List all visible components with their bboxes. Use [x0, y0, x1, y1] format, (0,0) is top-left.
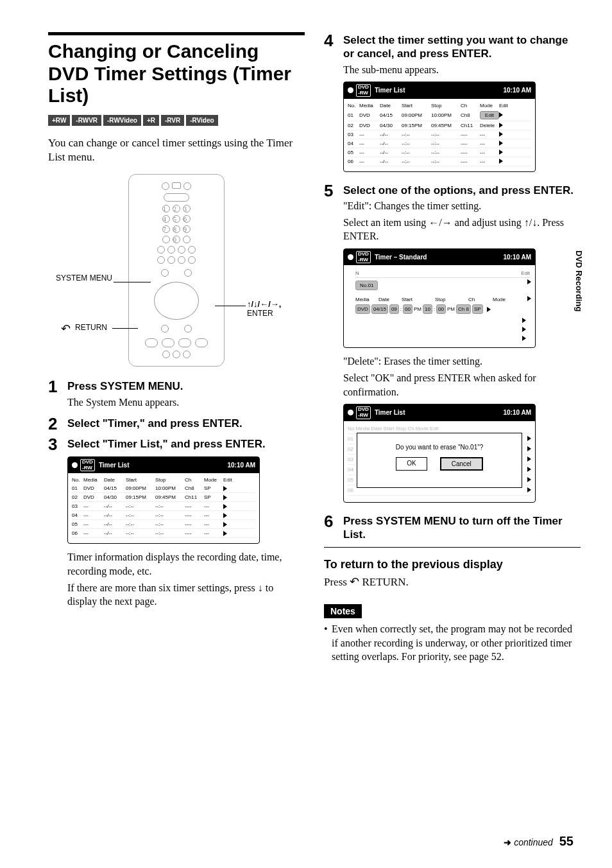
step-sub: The System Menu appears. — [67, 395, 305, 410]
screen-title: Timer List — [375, 409, 504, 416]
play-icon[interactable] — [522, 327, 526, 332]
play-icon[interactable] — [223, 504, 227, 509]
col-header: Ch — [185, 477, 204, 483]
table-row[interactable]: 04-----/----:----:--------- — [72, 511, 255, 520]
step-head: Press SYSTEM MENU to turn off the Timer … — [343, 514, 581, 542]
return-icon: ↶ — [61, 322, 71, 336]
col-header: Stop — [155, 477, 185, 483]
play-icon[interactable] — [522, 336, 526, 341]
play-icon[interactable] — [223, 522, 227, 527]
play-icon[interactable] — [527, 477, 531, 482]
badge: -RVR — [161, 115, 184, 126]
table-row[interactable]: 02DVD04/3009:15PM09:45PMCh11Delete — [348, 121, 531, 130]
col-header: Start — [126, 477, 155, 483]
col-header: Mode — [204, 477, 223, 483]
step-number: 2 — [48, 415, 67, 432]
step-number: 1 — [48, 378, 67, 412]
badge: -RVideo — [186, 115, 217, 126]
disc-icon: DVD-RW — [356, 251, 371, 264]
table-row[interactable]: 04-----/----:----:--------- — [348, 139, 531, 148]
step-text: Select "OK" and press ENTER when asked f… — [343, 371, 581, 399]
badge: +R — [143, 115, 159, 126]
col-header: Start — [402, 103, 431, 108]
table-row[interactable]: 02DVD04/3009:15PM09:45PMCh11SP — [72, 493, 255, 502]
delete-label[interactable]: Delete — [480, 123, 499, 128]
date-cell[interactable]: 04/15 — [371, 304, 388, 314]
play-icon[interactable] — [527, 446, 531, 451]
col-header: Date — [104, 477, 126, 483]
play-icon[interactable] — [527, 279, 531, 284]
table-row[interactable]: 06-----/----:----:--------- — [72, 529, 255, 538]
play-icon[interactable] — [499, 132, 503, 137]
play-icon[interactable] — [527, 456, 531, 462]
play-icon[interactable] — [499, 141, 503, 146]
mode-cell[interactable]: SP — [472, 304, 483, 314]
badge: -RWVR — [72, 115, 101, 126]
cancel-button[interactable]: Cancel — [440, 457, 483, 471]
table-row[interactable]: 03-----/----:----:--------- — [348, 130, 531, 139]
media-cell[interactable]: DVD — [355, 304, 370, 314]
screen-timer-standard: DVD-RW Timer – Standard 10:10 AM NEdit N… — [343, 248, 536, 349]
remote-label-system-menu: SYSTEM MENU — [55, 273, 112, 282]
play-icon[interactable] — [499, 150, 503, 155]
stop-hh[interactable]: 10 — [423, 304, 432, 314]
disc-icon: DVD-RW — [356, 84, 371, 97]
col-header: Start — [402, 297, 434, 302]
step-head: Select the timer setting you want to cha… — [343, 33, 581, 61]
screen-title: Timer List — [375, 87, 504, 94]
play-icon[interactable] — [527, 436, 531, 441]
format-badges: +RW -RWVR -RWVideo +R -RVR -RVideo — [48, 115, 305, 126]
play-icon[interactable] — [527, 296, 531, 301]
return-heading: To return to the previous display — [324, 558, 581, 571]
screen-timer-list-b: DVD-RW Timer List 10:10 AM No. Media Dat… — [343, 82, 536, 172]
play-icon[interactable] — [223, 486, 227, 491]
record-icon — [348, 410, 353, 415]
table-row[interactable]: 01DVD04/1509:00PM10:00PMCh8Edit — [348, 110, 531, 121]
arrow-right-icon: ➜ — [504, 837, 511, 847]
record-icon — [348, 254, 353, 260]
col-header: Ch — [461, 103, 480, 108]
return-body: Press ↶ RETURN. — [324, 574, 581, 590]
table-row[interactable]: 01DVD04/1509:00PM10:00PMCh8SP — [72, 484, 255, 493]
play-icon[interactable] — [522, 318, 526, 323]
ch-cell[interactable]: Ch 8 — [456, 304, 471, 314]
remote-diagram: 123 456 789 0 SYSTEM MENU ↶ RETURN ↑/↓/←… — [48, 174, 305, 367]
play-icon[interactable] — [527, 487, 531, 492]
table-row[interactable]: 05-----/----:----:--------- — [72, 520, 255, 529]
play-icon[interactable] — [499, 123, 503, 128]
screen-title: Timer List — [99, 462, 228, 469]
play-icon[interactable] — [499, 159, 503, 164]
table-row[interactable]: 05-----/----:----:--------- — [348, 148, 531, 157]
step-sub: The sub-menu appears. — [343, 63, 581, 77]
screen-title: Timer – Standard — [375, 254, 504, 261]
step-number: 5 — [324, 182, 343, 509]
start-mm[interactable]: 00 — [403, 304, 412, 314]
screen-delete-dialog: DVD-RW Timer List 10:10 AM No Media Date… — [343, 404, 536, 503]
col-header: Media — [83, 477, 104, 483]
play-icon[interactable] — [499, 112, 503, 117]
col-header: Media — [355, 297, 377, 302]
remote-label-arrows: ↑/↓/←/→, — [247, 299, 281, 309]
col-header: No. — [348, 103, 359, 108]
screen-clock: 10:10 AM — [227, 462, 255, 469]
footer: ➜ continued 55 — [504, 834, 574, 849]
remote-label-return: RETURN — [75, 323, 107, 332]
return-icon: ↶ — [350, 575, 359, 588]
play-icon[interactable] — [223, 495, 227, 500]
col-header: Mode — [493, 297, 516, 302]
stop-mm[interactable]: 00 — [436, 304, 446, 314]
play-icon[interactable] — [487, 307, 491, 312]
step-text: "Edit": Changes the timer setting. — [343, 199, 581, 213]
table-row[interactable]: 06-----/----:----:--------- — [348, 157, 531, 166]
play-icon[interactable] — [527, 467, 531, 472]
ok-button[interactable]: OK — [396, 457, 427, 471]
play-icon[interactable] — [223, 513, 227, 518]
screen-clock: 10:10 AM — [503, 409, 531, 416]
play-icon[interactable] — [223, 531, 227, 536]
start-hh[interactable]: 09 — [389, 304, 399, 314]
table-row[interactable]: 03-----/----:----:--------- — [72, 502, 255, 511]
edit-button[interactable]: Edit — [480, 111, 499, 119]
step-head: Press SYSTEM MENU. — [67, 379, 305, 393]
screen-timer-list-a: DVD-RW Timer List 10:10 AM No. Media Dat… — [67, 456, 260, 544]
col-header: Stop — [435, 297, 467, 302]
